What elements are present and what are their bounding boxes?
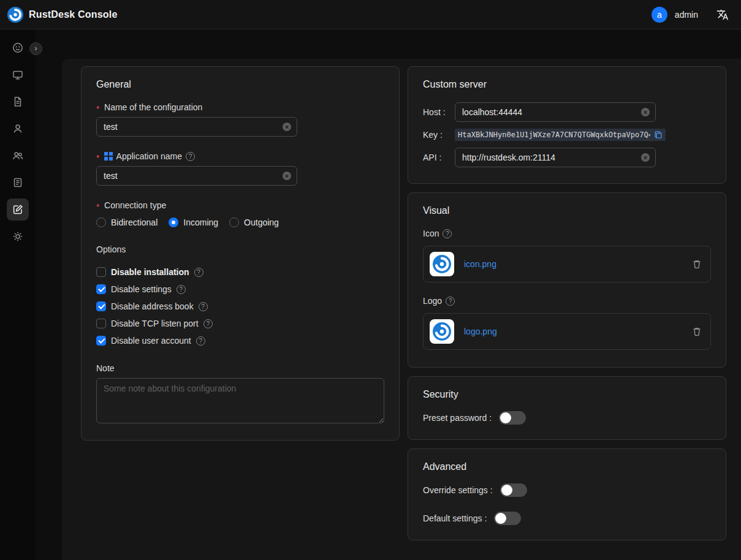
icon-file-row: icon.png — [423, 246, 711, 282]
checkbox-box[interactable] — [96, 284, 106, 294]
help-icon[interactable]: ? — [446, 297, 455, 306]
smiley-icon — [12, 42, 24, 54]
brand: RustDesk Console — [7, 7, 118, 23]
clear-icon[interactable]: × — [283, 172, 291, 180]
copy-icon[interactable] — [654, 131, 663, 139]
content-wrapper: General * Name of the configuration × — [62, 59, 741, 560]
connection-type-group: Bidirectional Incoming Outgoing — [96, 218, 384, 227]
radio-bidirectional[interactable]: Bidirectional — [96, 218, 158, 227]
sidebar-item-custom-clients[interactable] — [7, 199, 29, 221]
name-config-input-field[interactable] — [104, 122, 279, 132]
logo-label: Logo — [423, 296, 442, 306]
checkbox-box[interactable] — [96, 301, 106, 311]
required-mark: * — [96, 153, 99, 162]
sidebar: › — [0, 29, 36, 560]
visual-card: Visual Icon ? icon.png — [408, 192, 726, 368]
delete-icon[interactable] — [692, 259, 702, 269]
visual-title: Visual — [423, 205, 711, 216]
radio-circle[interactable] — [96, 218, 106, 227]
api-input-field[interactable] — [462, 153, 638, 162]
host-input-field[interactable] — [462, 107, 638, 117]
gear-icon — [12, 230, 24, 243]
checkbox-disable-address-book[interactable]: Disable address book ? — [96, 300, 384, 313]
user-icon — [12, 123, 24, 135]
advanced-card: Advanced Override settings : Default set… — [408, 448, 726, 540]
options-label: Options — [96, 244, 384, 254]
icon-label: Icon — [423, 229, 439, 238]
sidebar-item-users[interactable] — [7, 118, 29, 140]
logo-filename-link[interactable]: logo.png — [464, 327, 682, 336]
host-label: Host : — [423, 107, 455, 117]
avatar[interactable]: a — [652, 7, 667, 23]
checkbox-disable-tcp-listen-port[interactable]: Disable TCP listen port ? — [96, 317, 384, 330]
security-title: Security — [423, 389, 711, 400]
logo-file-row: logo.png — [423, 313, 711, 350]
checkbox-disable-settings[interactable]: Disable settings ? — [96, 282, 384, 296]
security-card: Security Preset password : — [408, 376, 726, 440]
name-config-input[interactable]: × — [96, 117, 297, 137]
checkbox-box[interactable] — [96, 267, 106, 277]
sidebar-item-devices[interactable] — [7, 64, 29, 86]
override-settings-toggle[interactable] — [500, 483, 527, 497]
users-icon — [12, 149, 24, 162]
default-settings-label: Default settings : — [423, 513, 487, 523]
sidebar-item-home[interactable] — [7, 37, 29, 59]
general-title: General — [96, 79, 384, 90]
api-input[interactable]: × — [455, 148, 656, 167]
app-header: RustDesk Console a admin — [0, 0, 741, 29]
checkbox-box[interactable] — [96, 319, 106, 328]
clear-icon[interactable]: × — [641, 108, 650, 116]
rustdesk-logo-icon — [7, 7, 23, 23]
help-icon[interactable]: ? — [196, 336, 205, 346]
delete-icon[interactable] — [692, 327, 702, 336]
checkbox-disable-user-account[interactable]: Disable user account ? — [96, 334, 384, 347]
checkbox-disable-installation[interactable]: Disable installation ? — [96, 265, 384, 279]
clear-icon[interactable]: × — [283, 123, 291, 131]
monitor-icon — [12, 69, 24, 81]
help-icon[interactable]: ? — [194, 268, 203, 277]
key-value-box: HtaXBkJNHyn0e1U1jWXze7A7CN7QTGWqxkOtpaVp… — [455, 129, 666, 141]
sidebar-expand-button[interactable]: › — [29, 42, 42, 55]
advanced-title: Advanced — [423, 461, 711, 472]
edit-square-icon — [12, 203, 24, 216]
preset-password-label: Preset password : — [423, 413, 492, 423]
sidebar-item-logs[interactable] — [7, 172, 29, 194]
override-settings-label: Override settings : — [423, 485, 493, 495]
app-title: RustDesk Console — [29, 9, 118, 20]
windows-icon — [104, 152, 113, 161]
radio-outgoing[interactable]: Outgoing — [229, 218, 279, 227]
api-label: API : — [423, 153, 455, 162]
notebook-icon — [12, 176, 24, 189]
sidebar-item-settings[interactable] — [7, 225, 29, 248]
radio-circle[interactable] — [169, 218, 178, 227]
icon-filename-link[interactable]: icon.png — [464, 259, 682, 269]
host-input[interactable]: × — [455, 102, 656, 122]
sidebar-item-documents[interactable] — [7, 91, 29, 113]
general-card: General * Name of the configuration × — [81, 66, 400, 441]
options-checkbox-list: Disable installation ? Disable settings … — [96, 265, 384, 347]
app-name-input-field[interactable] — [104, 171, 279, 181]
preset-password-toggle[interactable] — [499, 411, 526, 425]
translate-icon[interactable] — [716, 9, 729, 21]
checkbox-box[interactable] — [96, 336, 106, 346]
key-value: HtaXBkJNHyn0e1U1jWXze7A7CN7QTGWqxkOtpaVp… — [458, 131, 650, 139]
help-icon[interactable]: ? — [177, 285, 186, 294]
default-settings-toggle[interactable] — [494, 512, 521, 525]
help-icon[interactable]: ? — [199, 302, 208, 311]
note-textarea[interactable] — [96, 378, 384, 423]
icon-preview — [430, 252, 454, 276]
required-mark: * — [96, 202, 99, 211]
logo-preview — [430, 319, 454, 344]
required-mark: * — [96, 104, 99, 113]
app-name-input[interactable]: × — [96, 166, 297, 186]
main-area: General * Name of the configuration × — [36, 29, 741, 560]
radio-incoming[interactable]: Incoming — [169, 218, 218, 227]
radio-circle[interactable] — [229, 218, 239, 227]
help-icon[interactable]: ? — [443, 229, 452, 238]
help-icon[interactable]: ? — [186, 152, 195, 161]
document-icon — [12, 96, 24, 108]
clear-icon[interactable]: × — [641, 153, 650, 162]
sidebar-item-groups[interactable] — [7, 145, 29, 167]
help-icon[interactable]: ? — [203, 319, 213, 328]
username[interactable]: admin — [675, 10, 698, 20]
